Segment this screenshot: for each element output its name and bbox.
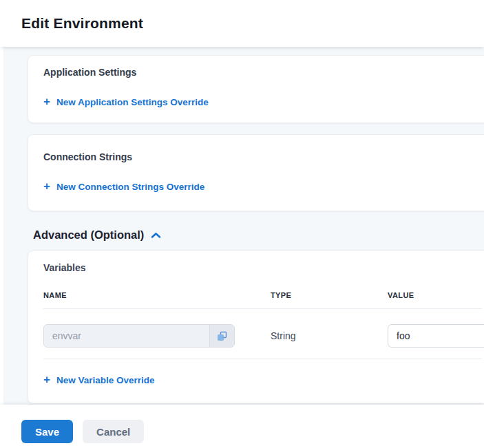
plus-icon: +: [43, 374, 50, 385]
variables-card: Variables NAME TYPE VALUE: [28, 250, 484, 404]
cancel-button[interactable]: Cancel: [83, 420, 144, 443]
variable-name-input: [44, 325, 209, 347]
variables-title: Variables: [43, 262, 482, 273]
application-settings-title: Application Settings: [43, 67, 482, 78]
variable-name-cell: [43, 324, 271, 348]
connection-strings-card: Connection Strings + New Connection Stri…: [28, 134, 484, 211]
column-header-name: NAME: [43, 291, 271, 299]
new-variable-override-link[interactable]: + New Variable Override: [43, 374, 155, 386]
application-settings-card: Application Settings + New Application S…: [28, 55, 484, 123]
variable-value-input[interactable]: [388, 324, 484, 348]
page-title: Edit Environment: [21, 15, 143, 32]
chevron-up-icon: [151, 232, 161, 239]
new-application-settings-override-link[interactable]: + New Application Settings Override: [43, 96, 209, 108]
save-button[interactable]: Save: [21, 420, 73, 443]
advanced-section-title: Advanced (Optional): [33, 228, 144, 242]
connection-strings-title: Connection Strings: [43, 151, 482, 162]
column-header-type: TYPE: [271, 291, 388, 299]
variables-table-header: NAME TYPE VALUE: [43, 291, 482, 309]
form-scroll-area[interactable]: Application Settings + New Application S…: [3, 47, 484, 405]
variable-row: String: [43, 309, 482, 359]
form-footer: Save Cancel: [0, 405, 484, 448]
plus-icon: +: [43, 96, 50, 107]
new-variable-override-label: New Variable Override: [56, 375, 155, 385]
copy-icon: [217, 331, 227, 341]
new-application-settings-override-label: New Application Settings Override: [56, 97, 209, 107]
advanced-section-toggle[interactable]: Advanced (Optional): [33, 228, 161, 242]
column-header-value: VALUE: [388, 291, 482, 299]
page-header: Edit Environment: [0, 0, 484, 47]
new-connection-strings-override-label: New Connection Strings Override: [56, 182, 204, 192]
new-connection-strings-override-link[interactable]: + New Connection Strings Override: [43, 181, 204, 193]
variable-name-input-group: [43, 324, 235, 348]
plus-icon: +: [43, 180, 50, 192]
variable-type-text: String: [271, 330, 388, 341]
copy-button[interactable]: [209, 325, 234, 347]
variable-value-cell: [388, 324, 484, 348]
